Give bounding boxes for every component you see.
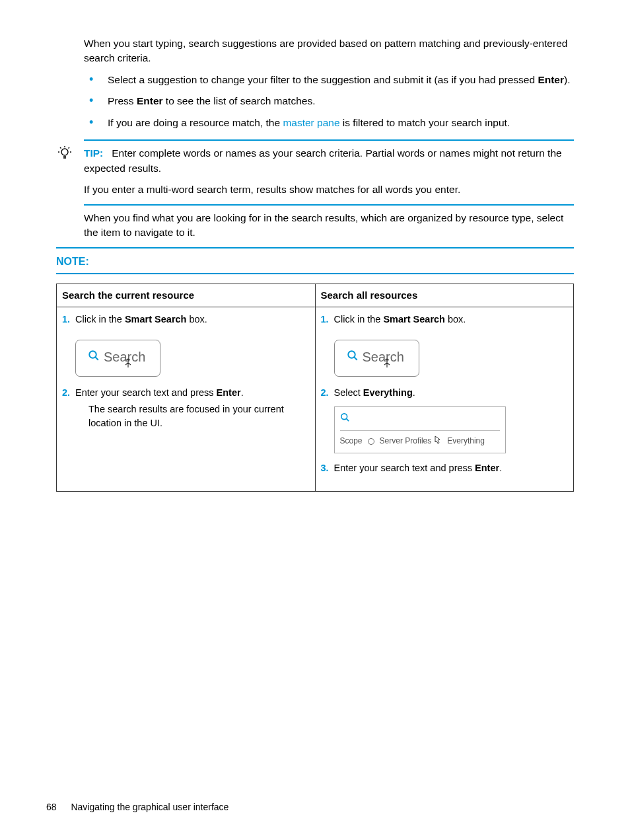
scope-option: Server Profiles (380, 436, 432, 447)
text: Enter your search text and press (334, 463, 475, 473)
step-number: 3. (321, 461, 329, 475)
lightbulb-icon (56, 145, 73, 162)
bold-text: Enter (475, 463, 499, 473)
step-number: 2. (321, 386, 329, 400)
tip-line-2: If you enter a multi-word search term, r… (84, 182, 574, 197)
footer-title: Navigating the graphical user interface (71, 802, 228, 812)
svg-point-1 (89, 351, 96, 358)
text: Enter your search text and press (75, 387, 217, 398)
bold-text: Enter (217, 387, 241, 398)
text: . (413, 387, 415, 398)
bold-text: Enter (137, 95, 163, 106)
text: Select (334, 387, 363, 398)
comparison-table: Search the current resource Search all r… (56, 284, 574, 492)
page-footer: 68 Navigating the graphical user interfa… (46, 800, 228, 814)
text: box. (186, 314, 207, 325)
after-paragraph: When you find what you are looking for i… (84, 211, 574, 241)
search-icon (340, 411, 350, 426)
divider (84, 204, 574, 206)
master-pane-link[interactable]: master pane (283, 117, 339, 128)
divider (56, 247, 574, 248)
intro-paragraph: When you start typing, search suggestion… (84, 36, 574, 66)
table-cell-right: 1. Click in the Smart Search box. Search… (315, 307, 574, 492)
table-header-left: Search the current resource (57, 284, 316, 307)
svg-point-2 (348, 351, 355, 358)
scope-option: Everything (447, 436, 485, 447)
text: Select a suggestion to change your filte… (108, 74, 538, 85)
cursor-icon (123, 356, 133, 375)
svg-point-0 (61, 149, 68, 155)
text: Click in the (75, 314, 125, 325)
search-icon (88, 348, 100, 367)
text: ). (564, 74, 570, 85)
scope-row: Scope Server Profiles Everything (340, 430, 500, 447)
cursor-icon (382, 356, 392, 375)
step-number: 2. (62, 386, 70, 400)
step-2: 2. Enter your search text and press Ente… (62, 386, 308, 430)
table-cell-left: 1. Click in the Smart Search box. Search… (57, 307, 316, 492)
note-label: NOTE: (56, 254, 574, 269)
text: box. (445, 314, 466, 325)
text: is filtered to match your search input. (340, 117, 510, 128)
step-number: 1. (62, 313, 70, 326)
bold-text: Smart Search (383, 314, 445, 325)
radio-icon (368, 438, 374, 445)
tip-text: Enter complete words or names as your se… (84, 147, 562, 173)
bold-text: Enter (538, 74, 564, 85)
search-icon (347, 348, 359, 367)
bold-text: Smart Search (125, 314, 187, 325)
scope-box-illustration: Scope Server Profiles Everything (334, 406, 506, 454)
svg-point-3 (341, 414, 347, 420)
step-1: 1. Click in the Smart Search box. (321, 313, 567, 326)
tip-line-1: TIP: Enter complete words or names as yo… (84, 146, 574, 176)
bullet-item: Select a suggestion to change your filte… (84, 73, 574, 87)
search-box-illustration: Search (75, 340, 160, 377)
scope-label: Scope (340, 436, 363, 447)
step-subtext: The search results are focused in your c… (88, 402, 308, 430)
step-number: 1. (321, 313, 329, 326)
intro-bullet-list: Select a suggestion to change your filte… (84, 73, 574, 130)
step-2: 2. Select Everything. (321, 386, 567, 400)
divider (56, 273, 574, 274)
bullet-item: If you are doing a resource match, the m… (84, 116, 574, 130)
text: . (499, 463, 502, 473)
bullet-item: Press Enter to see the list of search ma… (84, 94, 574, 108)
text: Click in the (334, 314, 384, 325)
text: to see the list of search matches. (163, 95, 316, 106)
cursor-icon (434, 435, 442, 447)
step-1: 1. Click in the Smart Search box. (62, 313, 308, 326)
step-3: 3. Enter your search text and press Ente… (321, 461, 567, 475)
tip-label: TIP: (84, 147, 103, 159)
text: . (241, 387, 244, 398)
bold-text: Everything (363, 387, 413, 398)
search-box-illustration: Search (334, 340, 419, 377)
text: Press (108, 95, 137, 106)
tip-block: TIP: Enter complete words or names as yo… (84, 146, 574, 197)
divider (84, 139, 574, 141)
page-number: 68 (46, 802, 57, 812)
text: If you are doing a resource match, the (108, 117, 283, 128)
table-header-right: Search all resources (315, 284, 574, 307)
